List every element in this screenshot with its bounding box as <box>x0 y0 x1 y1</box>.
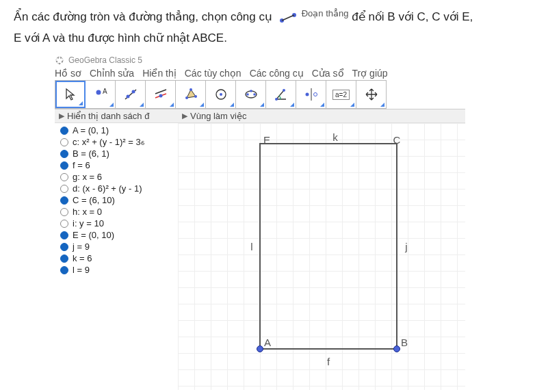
object-item[interactable]: i: y = 10 <box>55 218 178 229</box>
circle-icon <box>213 87 229 102</box>
tool-line[interactable] <box>116 81 146 108</box>
visibility-dot-icon[interactable] <box>60 127 68 135</box>
object-label: h: x = 0 <box>73 207 102 217</box>
visibility-dot-icon[interactable] <box>60 173 68 181</box>
object-label: l = 9 <box>73 265 90 275</box>
toolbar: A <box>55 80 387 109</box>
visibility-dot-icon[interactable] <box>60 243 68 251</box>
svg-point-19 <box>194 95 197 98</box>
tool-point[interactable]: A <box>86 81 116 108</box>
visibility-dot-icon[interactable] <box>60 196 68 205</box>
graphics-panel-header[interactable]: ▶ Vùng làm việc <box>178 109 465 123</box>
graphics-panel-title: Vùng làm việc <box>190 111 246 121</box>
tool-move-view[interactable] <box>356 81 387 108</box>
graphics-canvas[interactable]: A B C E f j k l <box>178 123 465 390</box>
menu-view[interactable]: Hiển thị <box>142 68 177 79</box>
visibility-dot-icon[interactable] <box>60 231 68 239</box>
app-title: GeoGebra Classic 5 <box>68 55 142 65</box>
algebra-panel-title: Hiển thị danh sách đ <box>67 111 149 121</box>
object-item[interactable]: d: (x - 6)² + (y - 1) <box>55 183 178 194</box>
svg-point-25 <box>250 90 252 92</box>
object-item[interactable]: B = (6, 1) <box>55 148 178 159</box>
object-label: g: x = 6 <box>73 172 102 182</box>
menu-window[interactable]: Cửa sổ <box>312 68 344 79</box>
tool-move[interactable] <box>55 81 86 108</box>
menu-tools[interactable]: Các công cụ <box>250 68 304 79</box>
svg-point-27 <box>283 89 285 92</box>
visibility-dot-icon[interactable] <box>60 161 68 170</box>
svg-line-2 <box>282 15 294 21</box>
move-view-icon <box>364 87 379 102</box>
svg-text:A: A <box>103 88 107 95</box>
instr-part3: E với A và thu được hình chữ nhật ABCE. <box>14 31 227 44</box>
visibility-dot-icon[interactable] <box>60 138 68 146</box>
object-item[interactable]: g: x = 6 <box>55 171 178 183</box>
tool-ellipse[interactable] <box>236 81 266 108</box>
svg-point-4 <box>56 61 57 62</box>
object-item[interactable]: c: x² + (y - 1)² = 3₆ <box>55 136 178 148</box>
instruction-text: Ẩn các đường tròn và đường thẳng, chọn c… <box>14 7 534 49</box>
menu-options[interactable]: Các tùy chọn <box>185 68 242 79</box>
object-item[interactable]: k = 6 <box>55 252 178 264</box>
instr-part2: để nối B với C, C với E, <box>352 10 473 23</box>
rectangle-shape <box>178 123 465 390</box>
tool-angle[interactable] <box>266 81 296 108</box>
object-item[interactable]: C = (6, 10) <box>55 194 178 206</box>
graphics-panel: ▶ Vùng làm việc A B C E f j k <box>178 109 465 390</box>
instr-part1: Ẩn các đường tròn và đường thẳng, chọn c… <box>14 10 272 23</box>
angle-icon <box>274 87 289 102</box>
tool-slider[interactable]: a=2 <box>326 81 356 108</box>
point-A[interactable] <box>257 345 263 352</box>
polygon-icon <box>183 87 198 102</box>
visibility-dot-icon[interactable] <box>60 185 68 193</box>
svg-line-15 <box>155 90 166 94</box>
line-icon <box>123 87 138 102</box>
visibility-dot-icon[interactable] <box>60 208 68 216</box>
object-item[interactable]: A = (0, 1) <box>55 125 178 136</box>
object-item[interactable]: E = (0, 10) <box>55 229 178 241</box>
collapse-arrow-icon: ▶ <box>182 112 187 120</box>
parallel-icon <box>153 87 168 102</box>
svg-point-6 <box>57 57 59 58</box>
reflect-icon <box>304 87 319 102</box>
menu-help[interactable]: Trợ giúp <box>352 68 388 79</box>
object-label: c: x² + (y - 1)² = 3₆ <box>73 137 144 147</box>
tool-polygon[interactable] <box>176 81 206 108</box>
object-label: i: y = 10 <box>73 218 104 228</box>
point-icon: A <box>93 87 108 102</box>
svg-point-26 <box>275 98 278 101</box>
object-label: d: (x - 6)² + (y - 1) <box>73 183 142 194</box>
svg-point-29 <box>305 93 309 96</box>
segment-tool-inline: Đoạn thẳng <box>276 10 349 25</box>
object-item[interactable]: f = 6 <box>55 159 178 171</box>
visibility-dot-icon[interactable] <box>60 150 68 158</box>
svg-point-9 <box>96 90 101 95</box>
slider-icon: a=2 <box>332 90 350 100</box>
visibility-dot-icon[interactable] <box>60 254 68 263</box>
geogebra-app: GeoGebra Classic 5 Hồ sơ Chỉnh sửa Hiển … <box>55 55 465 390</box>
object-label: A = (0, 1) <box>73 125 109 135</box>
svg-point-21 <box>220 93 222 96</box>
menu-file[interactable]: Hồ sơ <box>55 68 81 79</box>
tool-reflect[interactable] <box>296 81 326 108</box>
collapse-arrow-icon: ▶ <box>59 112 64 120</box>
svg-rect-31 <box>260 144 397 349</box>
tool-circle[interactable] <box>206 81 236 108</box>
visibility-dot-icon[interactable] <box>60 220 68 228</box>
point-B[interactable] <box>393 345 400 352</box>
object-item[interactable]: j = 9 <box>55 241 178 252</box>
conic-icon <box>244 87 259 102</box>
svg-point-30 <box>313 93 317 96</box>
object-label: B = (6, 1) <box>73 148 109 159</box>
svg-point-7 <box>60 57 62 58</box>
object-item[interactable]: h: x = 0 <box>55 206 178 218</box>
algebra-panel-header[interactable]: ▶ Hiển thị danh sách đ <box>55 109 178 123</box>
tool-perpendicular[interactable] <box>146 81 176 108</box>
arrow-icon <box>63 87 78 102</box>
object-label: C = (6, 10) <box>73 195 115 205</box>
object-item[interactable]: l = 9 <box>55 264 178 276</box>
visibility-dot-icon[interactable] <box>60 266 68 274</box>
menu-edit[interactable]: Chỉnh sửa <box>90 68 134 79</box>
object-list: A = (0, 1)c: x² + (y - 1)² = 3₆B = (6, 1… <box>55 123 178 277</box>
algebra-panel: ▶ Hiển thị danh sách đ A = (0, 1)c: x² +… <box>55 109 178 390</box>
